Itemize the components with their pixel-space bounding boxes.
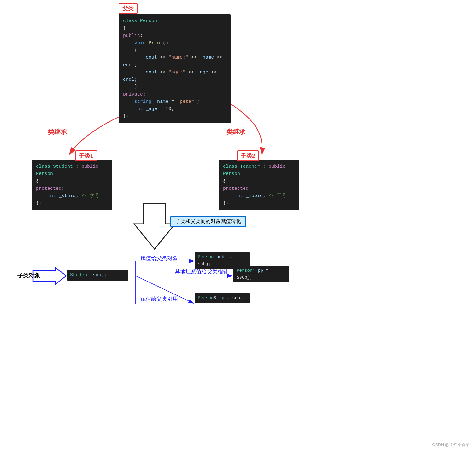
inheritance-label-1: 类继承	[48, 128, 67, 136]
assign-pointer-label: 其地址赋值给父类指针	[175, 268, 228, 275]
child-class2-badge: 子类2	[237, 150, 259, 161]
assign3-code-block: Person& rp = sobj;	[195, 293, 250, 303]
student-code-block: class Student : public Person { protecte…	[32, 160, 112, 210]
conversion-label: 子类和父类间的对象赋值转化	[170, 216, 246, 227]
parent-class-badge: 父类	[119, 3, 138, 14]
child-class1-badge: 子类1	[75, 150, 97, 161]
watermark: CSDN @摆烂小青菜	[432, 442, 470, 448]
assign2-code-block: Person* pp = &sobj;	[233, 266, 289, 282]
sobj-code-block: Student sobj;	[67, 270, 128, 281]
page-container: 父类 class Person { public: void Print() {…	[0, 0, 476, 454]
arrows-svg	[0, 0, 476, 454]
child-object-label: 子类对象	[17, 272, 40, 279]
parent-code-block: class Person { public: void Print() { co…	[119, 14, 231, 123]
svg-marker-4	[134, 203, 175, 249]
assign-ref-label: 赋值给父类引用	[140, 295, 178, 303]
assign-parent-label: 赋值给父类对象	[140, 255, 178, 262]
teacher-code-block: class Teacher : public Person { protecte…	[219, 160, 299, 210]
inheritance-label-2: 类继承	[226, 128, 245, 136]
